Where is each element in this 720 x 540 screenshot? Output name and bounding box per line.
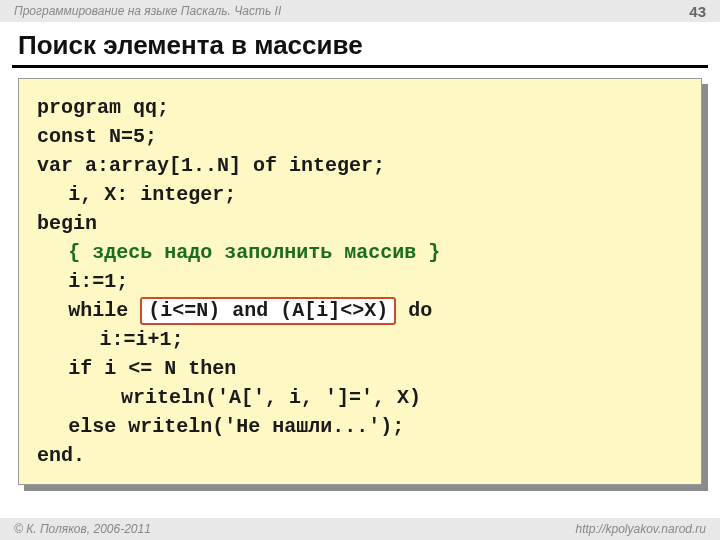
series-title: Программирование на языке Паскаль. Часть…	[14, 4, 281, 18]
code-line: var a:array[1..N] of integer;	[37, 154, 385, 177]
code-line: begin	[37, 212, 97, 235]
source-url: http://kpolyakov.narod.ru	[575, 522, 706, 536]
slide-header: Программирование на языке Паскаль. Часть…	[0, 0, 720, 22]
highlighted-condition: (i<=N) and (A[i]<>X)	[140, 297, 396, 325]
while-kw: while	[68, 299, 140, 322]
page-number: 43	[689, 3, 706, 20]
code-line: if i <= N then	[37, 354, 236, 383]
code-comment: { здесь надо заполнить массив }	[37, 238, 440, 267]
title-underline	[12, 65, 708, 68]
slide-footer: © К. Поляков, 2006-2011 http://kpolyakov…	[0, 518, 720, 540]
code-line: i:=i+1;	[37, 325, 183, 354]
code-line: const N=5;	[37, 125, 157, 148]
page-title: Поиск элемента в массиве	[0, 22, 720, 65]
code-line: program qq;	[37, 96, 169, 119]
code-line: i, X: integer;	[37, 180, 236, 209]
code-line: i:=1;	[37, 267, 128, 296]
code-line: end.	[37, 444, 85, 467]
code-block: program qq; const N=5; var a:array[1..N]…	[18, 78, 702, 485]
do-kw: do	[396, 299, 432, 322]
code-line: while (i<=N) and (A[i]<>X) do	[37, 296, 432, 325]
code-line: writeln('A[', i, ']=', X)	[37, 383, 421, 412]
code-line: else writeln('Не нашли...');	[37, 412, 404, 441]
code-block-wrap: program qq; const N=5; var a:array[1..N]…	[18, 78, 702, 485]
copyright: © К. Поляков, 2006-2011	[14, 522, 151, 536]
